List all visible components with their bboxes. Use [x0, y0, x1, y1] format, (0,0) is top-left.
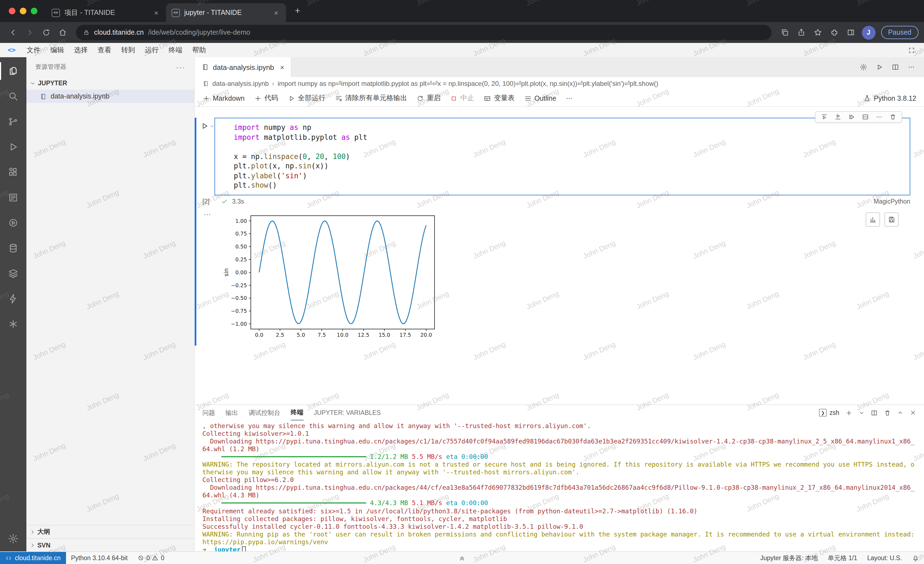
- new-tab-button[interactable]: +: [290, 4, 305, 18]
- layout-indicator[interactable]: Layout: U.S.: [862, 552, 907, 564]
- cell-language-mode[interactable]: MagicPython: [874, 198, 910, 205]
- trash-icon[interactable]: [890, 113, 897, 120]
- url-bar[interactable]: cloud.titanide.cn/ide/web/coding/jupyter…: [76, 25, 771, 40]
- activity-database-icon[interactable]: [0, 236, 26, 261]
- more-actions-button[interactable]: [566, 94, 573, 102]
- outline-button[interactable]: Outline: [524, 94, 556, 102]
- paused-button[interactable]: Paused: [881, 26, 918, 39]
- python-version[interactable]: Python 3.10.4 64-bit: [66, 552, 132, 564]
- kebab-icon[interactable]: [908, 63, 915, 71]
- sidebar-section-1[interactable]: SVN: [26, 538, 194, 551]
- activity-preview-icon[interactable]: [0, 185, 26, 210]
- menu-item-4[interactable]: 转到: [116, 44, 140, 56]
- activity-explorer-icon[interactable]: [0, 58, 26, 84]
- sidebar-section-0[interactable]: 大纲: [26, 525, 194, 538]
- add-code-button[interactable]: 代码: [254, 93, 278, 103]
- breadcrumb[interactable]: data-analysis.ipynb › import numpy as np…: [195, 77, 924, 90]
- menu-item-5[interactable]: 运行: [140, 44, 164, 56]
- close-panel-icon[interactable]: [910, 409, 916, 416]
- menu-item-3[interactable]: 查看: [93, 44, 116, 56]
- activity-search-icon[interactable]: [0, 84, 26, 109]
- home-icon[interactable]: [55, 25, 70, 40]
- editor-tab-notebook[interactable]: data-analysis.ipynb ×: [195, 57, 291, 77]
- browser-tab-1[interactable]: <>jupyter - TITANIDE×: [166, 3, 286, 22]
- panel-tab-3[interactable]: 终端: [291, 405, 303, 420]
- activity-run-debug-icon[interactable]: [0, 134, 26, 159]
- notifications-bell-icon[interactable]: [907, 552, 924, 564]
- run-all-button[interactable]: 全部运行: [287, 93, 326, 103]
- terminal-dropdown-icon[interactable]: [858, 410, 865, 416]
- code-cell[interactable]: import numpy as npimport matplotlib.pypl…: [214, 118, 910, 195]
- restart-button[interactable]: 重启: [416, 93, 441, 103]
- problems-indicator[interactable]: 0 0: [132, 552, 170, 564]
- sidebar-toggle-icon[interactable]: [843, 25, 858, 40]
- panel-tab-2[interactable]: 调试控制台: [249, 405, 280, 420]
- explorer-more-icon[interactable]: ···: [176, 62, 185, 71]
- run-cell-button[interactable]: [200, 122, 214, 131]
- breadcrumb-cell-content[interactable]: import numpy as np⏎import matplotlib.pyp…: [278, 80, 658, 87]
- interrupt-button[interactable]: 中止: [450, 93, 474, 103]
- restore-panel-icon[interactable]: [458, 552, 466, 564]
- maximize-panel-icon[interactable]: [897, 409, 904, 416]
- menu-item-2[interactable]: 选择: [69, 44, 93, 56]
- panel-tab-0[interactable]: 问题: [202, 405, 215, 420]
- kernel-picker[interactable]: Python 3.8.12: [864, 94, 916, 102]
- new-terminal-icon[interactable]: [845, 409, 852, 416]
- cell-position-indicator[interactable]: 单元格 1/1: [823, 552, 862, 564]
- split-editor-icon[interactable]: [891, 63, 899, 71]
- terminal-output[interactable]: , otherwise you may silence this warning…: [195, 420, 924, 551]
- close-tab-icon[interactable]: ×: [280, 63, 284, 71]
- open-plot-viewer-button[interactable]: [866, 212, 880, 226]
- save-output-button[interactable]: [884, 212, 899, 226]
- kill-terminal-icon[interactable]: [884, 409, 891, 416]
- share-icon[interactable]: [794, 25, 809, 40]
- menu-item-0[interactable]: 文件: [22, 44, 45, 56]
- split-terminal-icon[interactable]: [871, 409, 878, 416]
- bookmark-star-icon[interactable]: [810, 25, 825, 40]
- run-icon[interactable]: [876, 63, 883, 71]
- zoom-window-button[interactable]: [31, 8, 38, 14]
- activity-layers-icon[interactable]: [0, 261, 26, 286]
- activity-tasks-icon[interactable]: [0, 210, 26, 236]
- tab-close-icon[interactable]: ×: [272, 9, 280, 17]
- reading-list-icon[interactable]: [777, 25, 792, 40]
- close-window-button[interactable]: [9, 8, 15, 14]
- panel-tab-1[interactable]: 输出: [225, 405, 238, 420]
- variables-button[interactable]: 变量表: [483, 93, 514, 103]
- add-markdown-button[interactable]: Markdown: [202, 94, 244, 102]
- activity-extensions-icon[interactable]: [0, 159, 26, 185]
- run-options-chevron-icon[interactable]: [210, 123, 214, 128]
- fullscreen-icon[interactable]: [908, 47, 915, 54]
- minimize-window-button[interactable]: [20, 8, 26, 14]
- extensions-puzzle-icon[interactable]: [826, 25, 842, 40]
- kebab-icon[interactable]: [876, 113, 883, 120]
- reload-icon[interactable]: [39, 25, 54, 40]
- forward-icon[interactable]: [22, 25, 38, 40]
- execute-below-icon[interactable]: [834, 113, 842, 120]
- activity-zap-icon[interactable]: [0, 286, 26, 311]
- remote-indicator[interactable]: cloud.titanide.cn: [0, 552, 66, 564]
- run-cell-icon[interactable]: [200, 122, 209, 131]
- sidebar-section-jupyter[interactable]: JUPYTER: [26, 77, 194, 90]
- back-icon[interactable]: [6, 25, 21, 40]
- menu-item-6[interactable]: 终端: [164, 44, 187, 56]
- menu-item-1[interactable]: 编辑: [45, 44, 69, 56]
- debug-cell-icon[interactable]: [848, 113, 855, 120]
- profile-avatar[interactable]: J: [862, 26, 875, 39]
- tab-close-icon[interactable]: ×: [152, 9, 160, 17]
- file-item-0[interactable]: data-analysis.ipynb: [26, 90, 194, 103]
- browser-tab-0[interactable]: <>项目 - TITANIDE×: [46, 3, 166, 22]
- activity-settings-gear-icon[interactable]: [0, 526, 26, 551]
- execute-above-icon[interactable]: [820, 113, 828, 120]
- clear-outputs-button[interactable]: 清除所有单元格输出: [334, 93, 407, 103]
- activity-sparkle-icon[interactable]: [0, 311, 26, 337]
- menu-item-7[interactable]: 帮助: [187, 44, 211, 56]
- jupyter-server-status[interactable]: Jupyter 服务器: 本地: [755, 552, 823, 564]
- breadcrumb-file[interactable]: data-analysis.ipynb: [212, 80, 268, 87]
- panel-tab-4[interactable]: JUPYTER: VARIABLES: [314, 405, 381, 420]
- activity-source-control-icon[interactable]: [0, 109, 26, 134]
- gear-icon[interactable]: [860, 63, 867, 71]
- split-cell-icon[interactable]: [862, 113, 869, 120]
- cell-code[interactable]: import numpy as npimport matplotlib.pypl…: [234, 123, 904, 190]
- output-options-icon[interactable]: ···: [200, 210, 214, 345]
